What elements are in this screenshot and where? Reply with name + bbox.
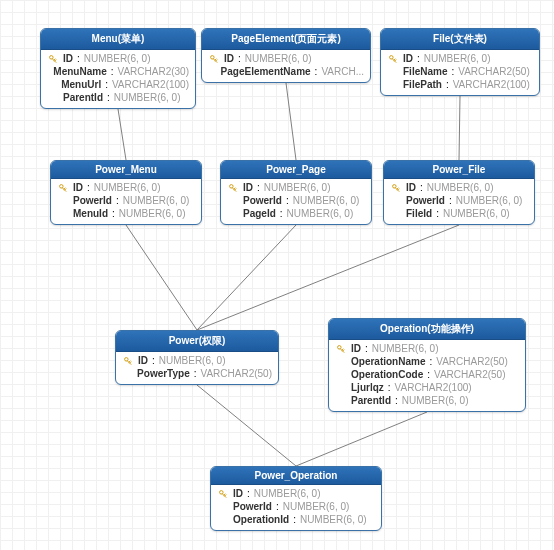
table-header[interactable]: Power_File [384, 161, 534, 179]
table-power[interactable]: Power(权限)ID:NUMBER(6, 0)PowerType:VARCHA… [115, 330, 279, 385]
column-name: PowerId [243, 195, 282, 206]
colon: : [107, 92, 110, 103]
column-name: MenuName [53, 66, 106, 77]
colon: : [116, 195, 119, 206]
table-power_page[interactable]: Power_PageID:NUMBER(6, 0)PowerId:NUMBER(… [220, 160, 372, 225]
column-name: ParentId [63, 92, 103, 103]
table-power_menu[interactable]: Power_MenuID:NUMBER(6, 0)PowerId:NUMBER(… [50, 160, 202, 225]
table-header[interactable]: Menu(菜单) [41, 29, 195, 50]
colon: : [420, 182, 423, 193]
column-type: VARCHAR2(50) [458, 66, 530, 77]
connector [118, 109, 126, 160]
column-type: VARCHAR2(50) [434, 369, 506, 380]
column-row: OperationId:NUMBER(6, 0) [215, 513, 377, 526]
colon: : [429, 356, 432, 367]
column-type: NUMBER(6, 0) [402, 395, 469, 406]
column-type: NUMBER(6, 0) [456, 195, 523, 206]
colon: : [446, 79, 449, 90]
colon: : [87, 182, 90, 193]
column-name: ID [403, 53, 413, 64]
column-row: MenuId:NUMBER(6, 0) [55, 207, 197, 220]
column-row: PowerType:VARCHAR2(50) [120, 367, 274, 380]
table-pageelement[interactable]: PageElement(页面元素)ID:NUMBER(6, 0)PageElem… [201, 28, 371, 83]
column-row: MenuName:VARCHAR2(30) [45, 65, 191, 78]
column-type: NUMBER(6, 0) [424, 53, 491, 64]
table-menu[interactable]: Menu(菜单)ID:NUMBER(6, 0)MenuName:VARCHAR2… [40, 28, 196, 109]
table-power_file[interactable]: Power_FileID:NUMBER(6, 0)PowerId:NUMBER(… [383, 160, 535, 225]
colon: : [388, 382, 391, 393]
table-header[interactable]: Power(权限) [116, 331, 278, 352]
table-header[interactable]: Power_Menu [51, 161, 201, 179]
column-row: ID:NUMBER(6, 0) [388, 181, 530, 194]
column-type: NUMBER(6, 0) [123, 195, 190, 206]
pk-slot [47, 54, 59, 64]
table-body: ID:NUMBER(6, 0)FileName:VARCHAR2(50)File… [381, 50, 539, 95]
column-row: ID:NUMBER(6, 0) [45, 52, 191, 65]
connector [197, 225, 296, 330]
column-type: NUMBER(6, 0) [114, 92, 181, 103]
primary-key-icon [58, 183, 68, 193]
column-name: ID [63, 53, 73, 64]
column-row: FilePath:VARCHAR2(100) [385, 78, 535, 91]
column-type: VARCH... [321, 66, 364, 77]
column-name: ID [243, 182, 253, 193]
colon: : [111, 66, 114, 77]
table-header[interactable]: Operation(功能操作) [329, 319, 525, 340]
colon: : [77, 53, 80, 64]
column-type: NUMBER(6, 0) [283, 501, 350, 512]
column-name: ID [351, 343, 361, 354]
table-operation[interactable]: Operation(功能操作)ID:NUMBER(6, 0)OperationN… [328, 318, 526, 412]
table-header[interactable]: Power_Page [221, 161, 371, 179]
table-header[interactable]: PageElement(页面元素) [202, 29, 370, 50]
colon: : [286, 195, 289, 206]
column-row: PowerId:NUMBER(6, 0) [55, 194, 197, 207]
column-row: ParentId:NUMBER(6, 0) [45, 91, 191, 104]
column-row: PowerId:NUMBER(6, 0) [225, 194, 367, 207]
connector [296, 412, 427, 466]
column-type: NUMBER(6, 0) [254, 488, 321, 499]
pk-slot [387, 54, 399, 64]
column-type: NUMBER(6, 0) [372, 343, 439, 354]
column-name: PageId [243, 208, 276, 219]
column-row: FileId:NUMBER(6, 0) [388, 207, 530, 220]
table-file[interactable]: File(文件表)ID:NUMBER(6, 0)FileName:VARCHAR… [380, 28, 540, 96]
table-header[interactable]: File(文件表) [381, 29, 539, 50]
column-row: Ljurlqz:VARCHAR2(100) [333, 381, 521, 394]
colon: : [257, 182, 260, 193]
column-row: PowerId:NUMBER(6, 0) [388, 194, 530, 207]
table-body: ID:NUMBER(6, 0)PowerType:VARCHAR2(50) [116, 352, 278, 384]
column-type: NUMBER(6, 0) [287, 208, 354, 219]
column-name: PowerId [73, 195, 112, 206]
table-body: ID:NUMBER(6, 0)OperationName:VARCHAR2(50… [329, 340, 525, 411]
column-name: FilePath [403, 79, 442, 90]
column-type: NUMBER(6, 0) [245, 53, 312, 64]
primary-key-icon [218, 489, 228, 499]
column-name: PowerId [406, 195, 445, 206]
colon: : [293, 514, 296, 525]
connector [286, 83, 296, 160]
column-type: NUMBER(6, 0) [159, 355, 226, 366]
colon: : [395, 395, 398, 406]
column-row: ID:NUMBER(6, 0) [225, 181, 367, 194]
table-power_operation[interactable]: Power_OperationID:NUMBER(6, 0)PowerId:NU… [210, 466, 382, 531]
colon: : [276, 501, 279, 512]
column-name: OperationName [351, 356, 425, 367]
colon: : [449, 195, 452, 206]
column-row: PageId:NUMBER(6, 0) [225, 207, 367, 220]
table-body: ID:NUMBER(6, 0)PowerId:NUMBER(6, 0)PageI… [221, 179, 371, 224]
primary-key-icon [388, 54, 398, 64]
colon: : [112, 208, 115, 219]
colon: : [451, 66, 454, 77]
column-row: MenuUrl:VARCHAR2(100) [45, 78, 191, 91]
colon: : [427, 369, 430, 380]
column-row: OperationName:VARCHAR2(50) [333, 355, 521, 368]
table-header[interactable]: Power_Operation [211, 467, 381, 485]
column-type: NUMBER(6, 0) [293, 195, 360, 206]
table-body: ID:NUMBER(6, 0)PageElementName:VARCH... [202, 50, 370, 82]
column-name: MenuId [73, 208, 108, 219]
column-type: VARCHAR2(100) [453, 79, 530, 90]
column-name: PowerType [137, 368, 190, 379]
column-name: PageElementName [221, 66, 311, 77]
column-type: VARCHAR2(50) [436, 356, 508, 367]
pk-slot [335, 344, 347, 354]
